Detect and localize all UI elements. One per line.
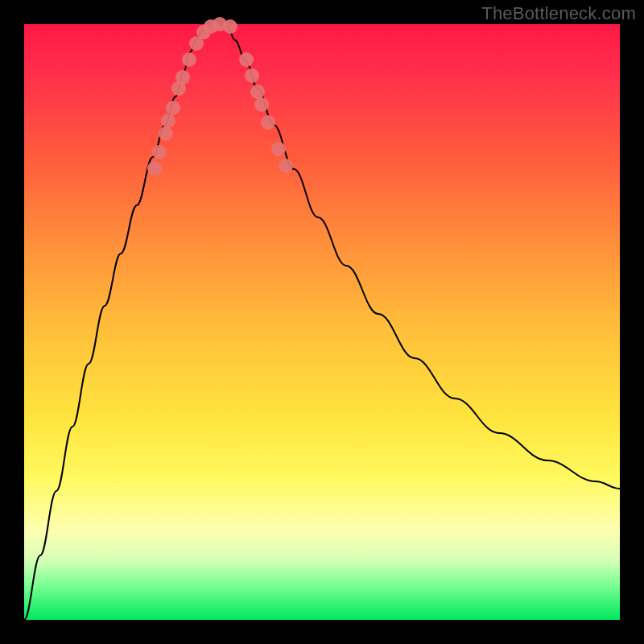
curve-left-branch	[24, 26, 209, 620]
data-point	[239, 52, 254, 67]
data-point	[152, 145, 167, 159]
data-point	[147, 161, 162, 175]
chart-plot-area	[24, 24, 620, 620]
chart-svg	[24, 24, 620, 620]
data-point	[175, 70, 190, 85]
curve-layer	[24, 24, 620, 620]
data-point	[161, 114, 175, 128]
data-point	[279, 159, 293, 173]
data-point	[159, 126, 173, 141]
data-point	[166, 101, 180, 115]
data-point	[245, 68, 259, 83]
data-point	[261, 115, 275, 130]
data-point	[223, 19, 237, 34]
curve-right-branch	[227, 26, 620, 489]
chart-frame: TheBottleneck.com	[0, 0, 644, 644]
watermark-text: TheBottleneck.com	[481, 3, 636, 24]
data-point	[182, 52, 196, 67]
data-point	[250, 85, 265, 99]
data-point	[254, 97, 269, 112]
marker-layer	[147, 17, 293, 175]
data-point	[271, 142, 286, 156]
